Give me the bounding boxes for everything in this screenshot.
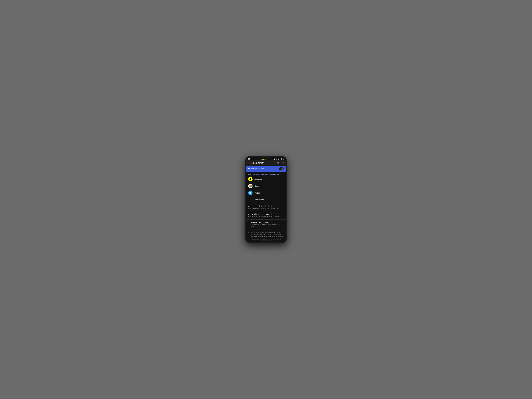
chrome-icon (248, 184, 253, 188)
status-center-icons: 📷 🔔 📸 (260, 158, 266, 160)
show-all-item[interactable]: › Tout afficher (246, 196, 286, 203)
wifi-icon: ▲ (278, 158, 279, 160)
chrome-label: Chrome (254, 185, 261, 187)
phone-device: 10:39 📷 🔔 📸 ⏰ 🔕 ▲ ▲ 85% ← Localisation 🔍… (245, 156, 287, 243)
alarm-icon: ⏰ (274, 158, 275, 160)
info-icon: ℹ (248, 231, 249, 234)
info-section: ℹ Les services de localisation peuvent u… (246, 229, 286, 240)
advanced-preferences-subtitle: Historique des positions Google, Partage… (251, 224, 284, 228)
signal-icon: ▲ (279, 158, 281, 160)
home-indicator (246, 240, 286, 242)
use-location-toggle-row[interactable]: Utiliser ma position (246, 166, 286, 172)
notification-icon: 🔔 (262, 158, 264, 160)
advanced-preferences-item[interactable]: ∨ Préférences avancées Historique des po… (246, 220, 286, 230)
back-button[interactable]: ← (248, 162, 250, 165)
phone-notch (262, 157, 270, 158)
snapchat-label: Snapchat (254, 178, 262, 180)
status-right-icons: ⏰ 🔕 ▲ ▲ 85% (274, 158, 284, 160)
battery-label: 85% (281, 158, 284, 160)
status-time: 10:39 (248, 158, 252, 160)
twitter-item[interactable]: Twitter (246, 190, 286, 196)
mute-icon: 🔕 (276, 158, 277, 160)
app-authorization-subtitle: 45 applications sur 82 ont accès à votre… (248, 208, 284, 209)
advanced-preferences-content: Préférences avancées Historique des posi… (251, 222, 284, 228)
svg-point-1 (250, 186, 251, 186)
page-title: Localisation (252, 162, 276, 165)
twitter-label: Twitter (254, 192, 260, 194)
chevron-right-icon: › (248, 198, 253, 202)
advanced-preferences-title: Préférences avancées (251, 222, 284, 223)
help-button[interactable]: ❓ (281, 162, 284, 165)
snapchat-icon (248, 177, 253, 181)
wifi-bluetooth-title: Recherche Wi-Fi et Bluetooth (248, 213, 284, 215)
recent-requests-header: DEMANDES DE LOCALISATION RÉCENTES (246, 172, 286, 176)
scroll-content: DEMANDES DE LOCALISATION RÉCENTES Snapch… (246, 172, 286, 240)
twitter-icon (248, 191, 253, 195)
wifi-bluetooth-subtitle: Les recherches Wi-Fi et Bluetooth sont a… (248, 215, 284, 217)
snapchat-item[interactable]: Snapchat (246, 176, 286, 183)
instagram-icon: 📸 (264, 158, 266, 160)
chrome-item[interactable]: Chrome (246, 183, 286, 190)
app-authorization-item[interactable]: Autorisation des applications 45 applica… (246, 203, 286, 211)
chevron-down-icon: ∨ (248, 222, 250, 224)
info-text: Les services de localisation peuvent uti… (251, 231, 284, 240)
app-authorization-title: Autorisation des applications (248, 205, 284, 207)
home-bar (261, 241, 271, 241)
show-all-label: Tout afficher (254, 199, 264, 201)
phone-screen: 10:39 📷 🔔 📸 ⏰ 🔕 ▲ ▲ 85% ← Localisation 🔍… (246, 157, 286, 242)
search-button[interactable]: 🔍 (277, 162, 280, 165)
wifi-bluetooth-item[interactable]: Recherche Wi-Fi et Bluetooth Les recherc… (246, 211, 286, 219)
app-bar: ← Localisation 🔍 ❓ (246, 160, 286, 166)
use-location-label: Utiliser ma position (248, 168, 264, 170)
photo-icon: 📷 (260, 158, 262, 160)
use-location-toggle[interactable] (279, 167, 284, 170)
